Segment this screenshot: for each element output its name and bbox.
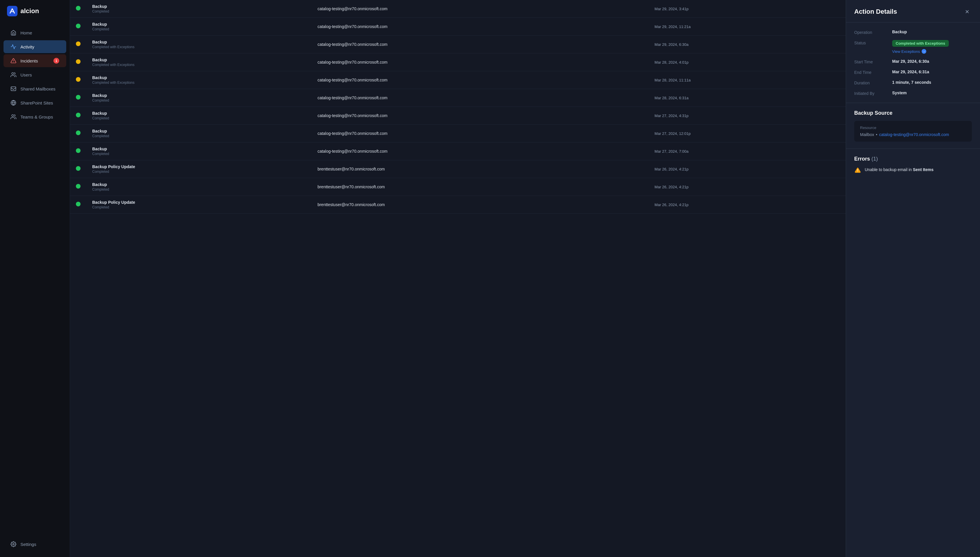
status-cell bbox=[70, 125, 86, 142]
duration-row: Duration 1 minute, 7 seconds bbox=[854, 80, 972, 85]
status-cell bbox=[70, 89, 86, 107]
email-cell: brenttestuser@nr70.onmicrosoft.com bbox=[312, 160, 649, 178]
close-button[interactable]: × bbox=[962, 7, 972, 16]
sidebar-item-shared-mailboxes-label: Shared Mailboxes bbox=[20, 86, 55, 91]
sidebar-item-incidents[interactable]: Incidents 1 bbox=[3, 54, 66, 67]
operation-status: Completed bbox=[92, 169, 306, 174]
sidebar-item-teams-groups[interactable]: Teams & Groups bbox=[3, 110, 66, 123]
operation-status: Completed bbox=[92, 187, 306, 192]
view-exceptions-link[interactable]: View Exceptions → bbox=[892, 49, 949, 54]
status-dot bbox=[76, 6, 81, 10]
operation-status: Completed bbox=[92, 27, 306, 31]
table-row[interactable]: Backup Completed catalog-testing@nr70.on… bbox=[70, 125, 846, 142]
table-row[interactable]: Backup Policy Update Completed brenttest… bbox=[70, 196, 846, 214]
mailbox-email: catalog-testing@nr70.onmicrosoft.com bbox=[879, 132, 949, 137]
errors-count: (1) bbox=[871, 156, 878, 162]
sidebar-item-activity[interactable]: Activity bbox=[3, 40, 66, 53]
shared-mailboxes-icon bbox=[10, 86, 16, 92]
operation-status: Completed bbox=[92, 9, 306, 13]
operation-name: Backup bbox=[92, 4, 306, 9]
table-row[interactable]: Backup Completed catalog-testing@nr70.on… bbox=[70, 107, 846, 125]
mailbox-row: Mailbox • catalog-testing@nr70.onmicroso… bbox=[860, 132, 966, 137]
svg-rect-4 bbox=[11, 87, 16, 91]
view-exceptions-label: View Exceptions bbox=[892, 49, 920, 54]
time-cell: Mar 26, 2024, 4:21p bbox=[649, 196, 846, 214]
sidebar-item-sharepoint-sites[interactable]: SharePoint Sites bbox=[3, 96, 66, 109]
operation-cell: Backup Completed with Exceptions bbox=[86, 54, 312, 71]
initiated-by-row: Initiated By System bbox=[854, 91, 972, 96]
email-cell: catalog-testing@nr70.onmicrosoft.com bbox=[312, 36, 649, 54]
end-time-row: End Time Mar 29, 2024, 6:31a bbox=[854, 70, 972, 75]
time-cell: Mar 26, 2024, 4:21p bbox=[649, 160, 846, 178]
time-cell: Mar 29, 2024, 11:21a bbox=[649, 18, 846, 36]
status-cell bbox=[70, 54, 86, 71]
sharepoint-icon bbox=[10, 100, 16, 106]
table-row[interactable]: Backup Completed catalog-testing@nr70.on… bbox=[70, 18, 846, 36]
operation-status: Completed bbox=[92, 152, 306, 156]
operation-name: Backup bbox=[92, 129, 306, 134]
duration-value: 1 minute, 7 seconds bbox=[892, 80, 931, 85]
start-time-label: Start Time bbox=[854, 59, 892, 64]
operation-cell: Backup Completed bbox=[86, 178, 312, 196]
operation-name: Backup bbox=[92, 182, 306, 187]
table-row[interactable]: Backup Completed catalog-testing@nr70.on… bbox=[70, 142, 846, 160]
status-dot bbox=[76, 202, 81, 207]
table-row[interactable]: Backup Completed with Exceptions catalog… bbox=[70, 54, 846, 71]
sidebar-item-home[interactable]: Home bbox=[3, 26, 66, 39]
incidents-badge: 1 bbox=[54, 58, 59, 64]
sidebar-item-users-label: Users bbox=[20, 72, 32, 77]
operation-status: Completed bbox=[92, 98, 306, 103]
svg-point-3 bbox=[12, 73, 14, 75]
operation-status: Completed bbox=[92, 116, 306, 120]
operation-name: Backup bbox=[92, 93, 306, 98]
backup-source-section: Backup Source Resource Mailbox • catalog… bbox=[846, 103, 980, 149]
status-cell bbox=[70, 107, 86, 125]
svg-point-7 bbox=[12, 115, 14, 117]
panel-header: Action Details × bbox=[846, 0, 980, 23]
operation-status: Completed with Exceptions bbox=[92, 63, 306, 67]
sidebar-item-activity-label: Activity bbox=[20, 44, 34, 49]
operation-cell: Backup Completed bbox=[86, 18, 312, 36]
status-cell bbox=[70, 178, 86, 196]
time-cell: Mar 29, 2024, 3:41p bbox=[649, 0, 846, 18]
operation-cell: Backup Completed with Exceptions bbox=[86, 36, 312, 54]
operation-label: Operation bbox=[854, 29, 892, 35]
status-dot bbox=[76, 148, 81, 153]
table-row[interactable]: Backup Policy Update Completed brenttest… bbox=[70, 160, 846, 178]
status-cell bbox=[70, 142, 86, 160]
table-row[interactable]: Backup Completed brenttestuser@nr70.onmi… bbox=[70, 178, 846, 196]
status-cell bbox=[70, 18, 86, 36]
operation-name: Backup bbox=[92, 111, 306, 116]
sidebar: alcion Home Activity Incidents 1 bbox=[0, 0, 70, 557]
table-row[interactable]: Backup Completed with Exceptions catalog… bbox=[70, 36, 846, 54]
sidebar-item-shared-mailboxes[interactable]: Shared Mailboxes bbox=[3, 82, 66, 95]
resource-label: Resource bbox=[860, 125, 966, 130]
email-cell: catalog-testing@nr70.onmicrosoft.com bbox=[312, 125, 649, 142]
email-cell: catalog-testing@nr70.onmicrosoft.com bbox=[312, 107, 649, 125]
activity-table: Backup Completed catalog-testing@nr70.on… bbox=[70, 0, 846, 214]
operation-cell: Backup Completed bbox=[86, 107, 312, 125]
email-cell: catalog-testing@nr70.onmicrosoft.com bbox=[312, 71, 649, 89]
status-cell bbox=[70, 196, 86, 214]
status-cell bbox=[70, 160, 86, 178]
operation-cell: Backup Completed bbox=[86, 0, 312, 18]
table-row[interactable]: Backup Completed catalog-testing@nr70.on… bbox=[70, 0, 846, 18]
sidebar-item-settings[interactable]: Settings bbox=[3, 538, 66, 550]
mailbox-label: Mailbox bbox=[860, 132, 874, 137]
operation-cell: Backup Completed bbox=[86, 89, 312, 107]
operation-cell: Backup Completed bbox=[86, 142, 312, 160]
duration-label: Duration bbox=[854, 80, 892, 85]
operation-name: Backup Policy Update bbox=[92, 200, 306, 205]
activity-icon bbox=[10, 44, 16, 50]
activity-table-container[interactable]: Backup Completed catalog-testing@nr70.on… bbox=[70, 0, 846, 557]
operation-cell: Backup Completed with Exceptions bbox=[86, 71, 312, 89]
table-row[interactable]: Backup Completed with Exceptions catalog… bbox=[70, 71, 846, 89]
time-cell: Mar 26, 2024, 4:21p bbox=[649, 178, 846, 196]
operation-status: Completed bbox=[92, 205, 306, 209]
status-cell bbox=[70, 36, 86, 54]
status-dot bbox=[76, 95, 81, 99]
sidebar-item-sharepoint-sites-label: SharePoint Sites bbox=[20, 101, 53, 105]
sidebar-item-users[interactable]: Users bbox=[3, 68, 66, 81]
table-row[interactable]: Backup Completed catalog-testing@nr70.on… bbox=[70, 89, 846, 107]
email-cell: catalog-testing@nr70.onmicrosoft.com bbox=[312, 89, 649, 107]
